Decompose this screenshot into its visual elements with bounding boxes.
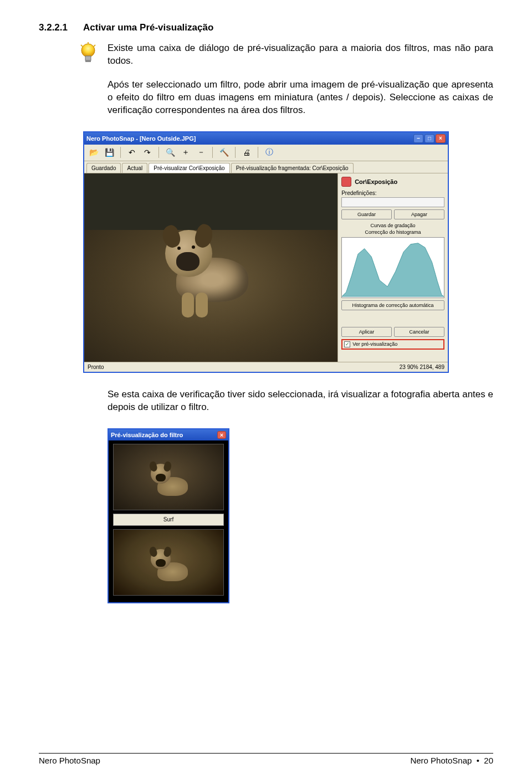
filter-panel: Cor\Exposição Predefinições: Guardar Apa…: [337, 173, 448, 362]
zoom-fit-icon[interactable]: 🔍: [164, 146, 176, 158]
maximize-button[interactable]: □: [424, 134, 434, 143]
tab-split-preview[interactable]: Pré-visualização fragmentada: Cor\Exposi…: [231, 163, 354, 173]
svg-line-4: [81, 45, 83, 47]
paragraph-1: Após ter seleccionado um filtro, pode ab…: [108, 79, 493, 117]
tab-bar: Guardado Actual Pré-visualizar Cor\Expos…: [84, 161, 448, 173]
heading-text: Activar uma Pré-visualização: [83, 22, 213, 33]
zoom-out-icon[interactable]: －: [195, 146, 207, 158]
filter-title: Cor\Exposição: [355, 178, 397, 185]
footer-right: Nero PhotoSnap • 20: [410, 756, 493, 765]
toolbar: 📂 💾 ↶ ↷ 🔍 ＋ － 🔨 🖨 ⓘ: [84, 145, 448, 161]
presets-dropdown[interactable]: [341, 197, 444, 207]
filter-icon: [341, 177, 351, 187]
curves-label: Curvas de gradação: [341, 223, 444, 228]
tab-preview[interactable]: Pré-visualizar Cor\Exposição: [149, 163, 229, 173]
close-button[interactable]: ×: [436, 134, 446, 143]
histogram: [341, 237, 444, 298]
apply-button[interactable]: Aplicar: [341, 327, 392, 337]
status-bar: Pronto 23 90% 2184, 489: [84, 362, 448, 372]
puppy-image: [165, 230, 254, 313]
preview-titlebar: Pré-visualização do filtro ×: [109, 429, 228, 440]
minimize-button[interactable]: –: [413, 134, 423, 143]
preview-close-button[interactable]: ×: [217, 431, 226, 439]
page-footer: Nero PhotoSnap Nero PhotoSnap • 20: [39, 753, 493, 765]
redo-icon[interactable]: ↷: [141, 146, 154, 158]
svg-point-0: [81, 44, 95, 57]
titlebar: Nero PhotoSnap - [Nero Outside.JPG] – □ …: [84, 132, 448, 145]
tab-current[interactable]: Actual: [122, 163, 147, 173]
print-icon[interactable]: 🖨: [241, 146, 253, 158]
svg-rect-1: [85, 56, 91, 60]
status-right: 23 90% 2184, 489: [400, 364, 444, 370]
undo-icon[interactable]: ↶: [126, 146, 138, 158]
effect-name-button[interactable]: Surf: [113, 514, 224, 526]
thumb-before: [113, 444, 224, 510]
checkbox-icon[interactable]: ✓: [344, 341, 350, 347]
heading-number: 3.2.2.1: [39, 22, 68, 33]
window-title: Nero PhotoSnap - [Nero Outside.JPG]: [86, 135, 196, 142]
svg-rect-2: [85, 60, 91, 62]
presets-label: Predefinições:: [341, 190, 444, 196]
image-canvas: [84, 173, 337, 362]
histogram-correction-label: Correcção do histograma: [341, 229, 444, 235]
tools-icon[interactable]: 🔨: [218, 146, 230, 158]
lightbulb-icon: [79, 42, 98, 69]
preview-title: Pré-visualização do filtro: [111, 432, 183, 438]
paragraph-2: Se esta caixa de verificação tiver sido …: [108, 388, 493, 414]
preview-checkbox-label: Ver pré-visualização: [352, 341, 397, 347]
status-left: Pronto: [88, 364, 104, 370]
open-icon[interactable]: 📂: [88, 146, 100, 158]
preview-dialog: Pré-visualização do filtro × Surf: [108, 428, 229, 603]
tab-saved[interactable]: Guardado: [86, 163, 121, 173]
zoom-in-icon[interactable]: ＋: [180, 146, 192, 158]
svg-line-5: [94, 45, 95, 47]
preset-delete-button[interactable]: Apagar: [394, 209, 444, 219]
footer-left: Nero PhotoSnap: [39, 756, 100, 765]
cancel-button[interactable]: Cancelar: [394, 327, 444, 337]
thumb-after: [113, 529, 224, 596]
preview-checkbox-row[interactable]: ✓ Ver pré-visualização: [341, 339, 444, 350]
app-window: Nero PhotoSnap - [Nero Outside.JPG] – □ …: [83, 131, 449, 373]
preset-save-button[interactable]: Guardar: [341, 209, 392, 219]
tip-text: Existe uma caixa de diálogo de pré-visua…: [108, 42, 493, 69]
info-icon[interactable]: ⓘ: [263, 146, 275, 158]
save-icon[interactable]: 💾: [103, 146, 115, 158]
auto-histogram-button[interactable]: Histograma de correcção automática: [341, 300, 444, 310]
